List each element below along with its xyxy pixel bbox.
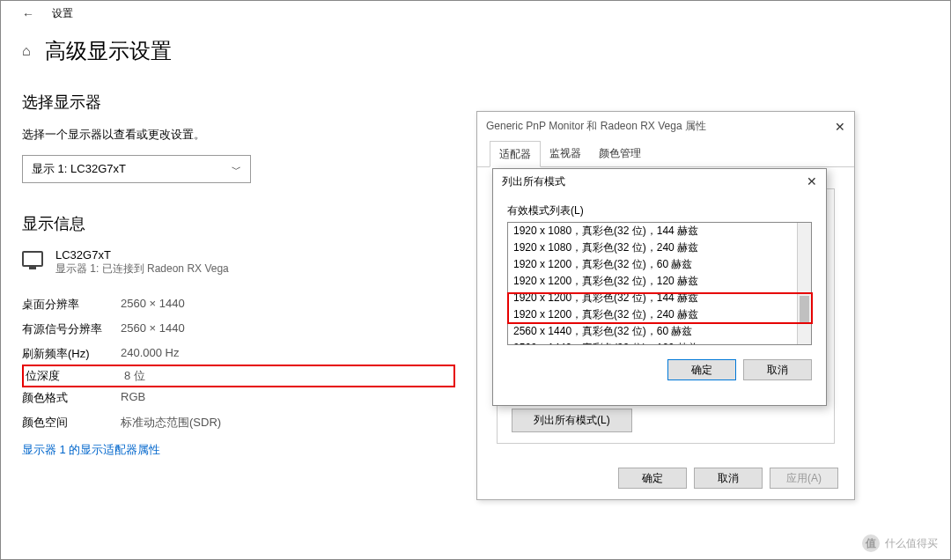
watermark: 值 什么值得买 [862,534,938,552]
tab-monitor[interactable]: 监视器 [541,141,590,166]
mode-item[interactable]: 2560 x 1440，真彩色(32 位)，120 赫兹 [508,340,811,345]
monitor-block: LC32G7xT 显示器 1: 已连接到 Radeon RX Vega [22,248,455,276]
list-all-modes-button[interactable]: 列出所有模式(L) [512,409,632,432]
dialog-title: Generic PnP Monitor 和 Radeon RX Vega 属性 [486,119,706,134]
watermark-text: 什么值得买 [885,536,938,551]
row-active-res: 有源信号分辨率 2560 × 1440 [22,317,455,342]
settings-label: 设置 [52,6,73,21]
choose-display-head: 选择显示器 [22,92,455,113]
value-colorspace: 标准动态范围(SDR) [121,415,221,431]
modes-button-row: 确定 取消 [507,359,812,380]
label-bitdepth: 位深度 [26,368,124,384]
label-colorfmt: 颜色格式 [22,390,121,406]
modes-listbox[interactable]: 1920 x 1080，真彩色(32 位)，144 赫兹 1920 x 1080… [507,222,812,345]
settings-pane: ← 设置 ⌂ 高级显示设置 选择显示器 选择一个显示器以查看或更改设置。 显示 … [1,1,476,458]
value-colorfmt: RGB [121,390,145,406]
mode-item[interactable]: 1920 x 1200，真彩色(32 位)，144 赫兹 [508,290,811,306]
label-colorspace: 颜色空间 [22,415,121,431]
value-desktop-res: 2560 × 1440 [121,297,185,313]
label-refresh: 刷新频率(Hz) [22,346,121,362]
top-bar: ← 设置 [22,1,455,37]
choose-display-hint: 选择一个显示器以查看或更改设置。 [22,127,455,143]
modes-list-label: 有效模式列表(L) [507,203,812,218]
page-title: 高级显示设置 [45,37,172,65]
mode-item[interactable]: 1920 x 1200，真彩色(32 位)，240 赫兹 [508,306,811,323]
monitor-icon [22,251,43,267]
modes-title-text: 列出所有模式 [502,174,565,189]
list-modes-dialog: 列出所有模式 ✕ 有效模式列表(L) 1920 x 1080，真彩色(32 位)… [492,168,827,406]
home-icon[interactable]: ⌂ [22,43,31,59]
row-bitdepth: 位深度 8 位 [22,365,455,387]
value-bitdepth: 8 位 [124,368,145,384]
dialog-button-row: 确定 取消 应用(A) [618,468,838,489]
mode-item[interactable]: 1920 x 1200，真彩色(32 位)，60 赫兹 [508,256,811,273]
apply-button[interactable]: 应用(A) [770,468,838,489]
modes-titlebar: 列出所有模式 ✕ [493,169,826,195]
adapter-properties-link[interactable]: 显示器 1 的显示适配器属性 [22,442,455,458]
title-row: ⌂ 高级显示设置 [22,37,455,65]
info-table: 桌面分辨率 2560 × 1440 有源信号分辨率 2560 × 1440 刷新… [22,292,455,458]
mode-item[interactable]: 1920 x 1200，真彩色(32 位)，120 赫兹 [508,273,811,290]
modes-body: 有效模式列表(L) 1920 x 1080，真彩色(32 位)，144 赫兹 1… [493,195,826,389]
scrollbar[interactable] [797,223,811,344]
watermark-icon: 值 [862,534,880,552]
close-icon[interactable]: ✕ [835,120,845,134]
scrollbar-thumb[interactable] [800,296,809,322]
dialog-tabs: 适配器 监视器 颜色管理 [477,141,854,167]
chevron-down-icon: ﹀ [232,163,241,176]
monitor-subtitle: 显示器 1: 已连接到 Radeon RX Vega [55,262,229,276]
row-colorspace: 颜色空间 标准动态范围(SDR) [22,410,455,435]
tab-colormgmt[interactable]: 颜色管理 [590,141,650,166]
row-refresh: 刷新频率(Hz) 240.000 Hz [22,342,455,366]
ok-button[interactable]: 确定 [618,468,687,489]
mode-item[interactable]: 1920 x 1080，真彩色(32 位)，240 赫兹 [508,239,811,256]
dialog-titlebar: Generic PnP Monitor 和 Radeon RX Vega 属性 … [477,112,854,141]
back-arrow-icon[interactable]: ← [22,7,34,21]
display-selector[interactable]: 显示 1: LC32G7xT ﹀ [22,155,251,183]
tab-adapter[interactable]: 适配器 [490,141,541,167]
modes-ok-button[interactable]: 确定 [667,359,736,380]
label-desktop-res: 桌面分辨率 [22,297,121,313]
row-desktop-res: 桌面分辨率 2560 × 1440 [22,292,455,317]
mode-item[interactable]: 2560 x 1440，真彩色(32 位)，60 赫兹 [508,323,811,340]
value-refresh: 240.000 Hz [121,346,180,362]
mode-item[interactable]: 1920 x 1080，真彩色(32 位)，144 赫兹 [508,223,811,239]
cancel-button[interactable]: 取消 [694,468,763,489]
display-info-head: 显示信息 [22,213,455,234]
monitor-name: LC32G7xT [55,248,229,262]
label-active-res: 有源信号分辨率 [22,321,121,337]
display-selected: 显示 1: LC32G7xT [32,161,126,177]
value-active-res: 2560 × 1440 [121,321,185,337]
row-colorfmt: 颜色格式 RGB [22,386,455,410]
close-icon[interactable]: ✕ [807,174,817,189]
modes-cancel-button[interactable]: 取消 [743,359,812,380]
